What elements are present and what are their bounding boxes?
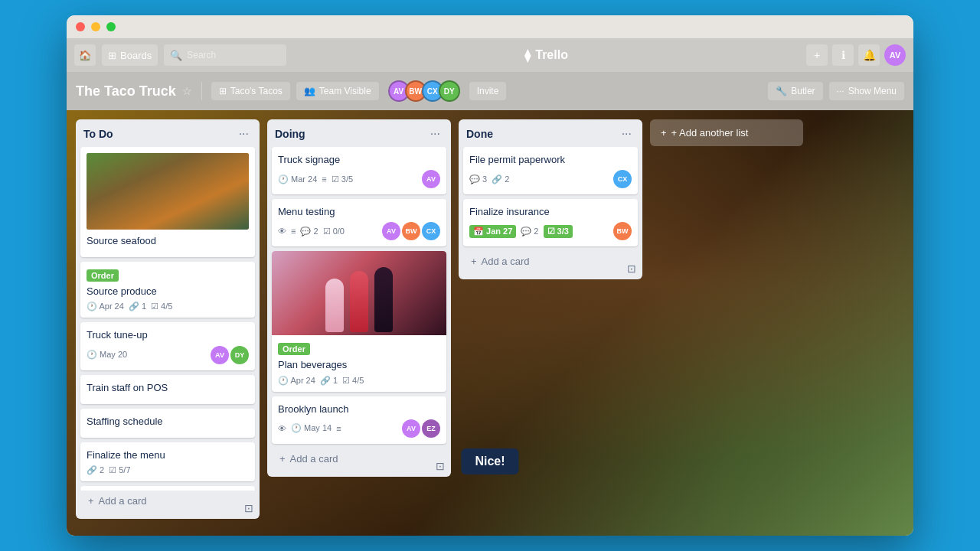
checklist-badge: ☑ 3/3 [544,225,573,238]
description: ≡ [291,227,296,236]
card-title: Source seafood [87,234,249,248]
butler-button[interactable]: 🔧 Butler [768,82,822,100]
card-meta: 🕐 Apr 24 🔗 1 ☑ 4/5 [278,376,440,386]
card-train-staff[interactable]: Train staff on POS [80,375,255,404]
home-button[interactable]: 🏠 [74,44,96,66]
list-done: Done ··· File permit paperwork 💬 3 🔗 2 C… [459,119,642,279]
list-menu-button-todo[interactable]: ··· [236,126,252,142]
card-brooklyn-launch[interactable]: Brooklyn launch 👁 🕐 May 14 ≡ AV EZ [272,396,446,444]
plus-icon: + [88,495,94,507]
workspace-icon: ⊞ [219,86,227,96]
card-finalize-insurance[interactable]: Finalize insurance 📅 Jan 27 💬 2 ☑ 3/3 BW [463,199,638,246]
search-input[interactable]: 🔍 Search [164,44,286,66]
list-menu-button-doing[interactable]: ··· [427,126,443,142]
show-menu-button[interactable]: ··· Show Menu [829,82,904,100]
card-meta: 👁 🕐 May 14 ≡ AV EZ [278,419,440,438]
card-title: Brooklyn launch [278,403,440,416]
comments: 💬 2 [300,227,318,236]
nice-tooltip: Nice! [461,448,518,474]
board-title[interactable]: The Taco Truck [76,83,176,99]
titlebar [67,15,913,38]
butler-label: Butler [791,86,815,96]
card-truck-signage[interactable]: Truck signage 🕐 Mar 24 ≡ ☑ 3/5 AV [272,147,446,194]
boards-button[interactable]: ⊞ Boards [102,44,158,66]
add-card-label: Add a card [290,453,338,465]
add-list-button[interactable]: + + Add another list [650,119,803,146]
card-avatar: CX [422,222,440,240]
due-date: 🕐 May 14 [291,423,332,433]
lock-icon: 👥 [304,86,315,96]
comments: 💬 2 [521,227,538,236]
attachments: 🔗 1 [129,302,146,311]
description: ≡ [322,174,326,184]
card-title: Finalize insurance [469,205,632,219]
card-source-seafood[interactable]: Source seafood [80,147,255,257]
attachments: 🔗 2 [492,174,509,184]
minimize-button[interactable] [91,22,100,31]
list-menu-button-done[interactable]: ··· [619,126,635,142]
card-truck-tuneup[interactable]: Truck tune-up 🕐 May 20 AV DY [80,322,255,370]
notification-button[interactable]: 🔔 [858,44,880,66]
archive-button-done[interactable]: ⊡ [627,262,636,275]
member-avatar[interactable]: DY [439,80,460,102]
checklist: ☑ 4/5 [151,302,172,311]
member-avatars: AV BW CX DY [388,80,460,102]
card-title: Plan beverages [278,358,440,372]
card-title: Menu testing [278,205,440,219]
list-footer-done: + Add a card ⊡ [459,251,642,279]
checklist: ☑ 5/7 [109,465,130,475]
nav-right-actions: + ℹ 🔔 AV [806,44,906,66]
watch: 👁 [278,424,286,433]
due-date: 🕐 Mar 24 [278,174,317,184]
add-card-button-done[interactable]: + Add a card [465,251,636,272]
card-file-permit[interactable]: File permit paperwork 💬 3 🔗 2 CX [463,147,638,194]
grid-icon: ⊞ [108,50,116,61]
visibility-button[interactable]: 👥 Team Visible [296,82,379,100]
invite-button[interactable]: Invite [469,82,507,100]
list-doing: Doing ··· Truck signage 🕐 Mar 24 ≡ ☑ 3/5… [267,119,451,477]
card-staffing-schedule[interactable]: Staffing schedule [80,409,255,438]
card-title: Train staff on POS [87,381,249,395]
card-meta: 🕐 Apr 24 🔗 1 ☑ 4/5 [87,302,249,311]
top-navigation: 🏠 ⊞ Boards 🔍 Search ⧫ Trello + ℹ 🔔 AV [67,38,913,72]
list-cards-done: File permit paperwork 💬 3 🔗 2 CX Finaliz… [459,147,642,251]
list-footer-doing: + Add a card ⊡ [267,448,451,477]
checklist: ☑ 0/0 [323,227,345,236]
menu-icon: ··· [837,86,844,96]
workspace-button[interactable]: ⊞ Taco's Tacos [211,82,290,100]
list-title-done: Done [466,128,493,140]
show-menu-label: Show Menu [848,86,897,96]
user-avatar[interactable]: AV [884,44,906,66]
card-finalize-menu[interactable]: Finalize the menu 🔗 2 ☑ 5/7 [80,442,255,481]
archive-button-todo[interactable]: ⊡ [244,502,253,514]
board-navigation: The Taco Truck ☆ ⊞ Taco's Tacos 👥 Team V… [67,72,913,110]
card-avatar: BW [402,222,420,240]
archive-button-doing[interactable]: ⊡ [436,460,445,472]
card-source-produce[interactable]: Order Source produce 🕐 Apr 24 🔗 1 ☑ 4/5 [80,262,255,318]
card-title: Truck tune-up [87,328,249,342]
app-window: 🏠 ⊞ Boards 🔍 Search ⧫ Trello + ℹ 🔔 AV Th… [67,15,913,536]
add-card-button-doing[interactable]: + Add a card [273,448,445,469]
star-button[interactable]: ☆ [182,85,192,97]
card-meta: 🔗 2 ☑ 5/7 [87,465,249,475]
add-card-button-todo[interactable]: + Add a card [82,491,253,511]
card-menu-testing[interactable]: Menu testing 👁 ≡ 💬 2 ☑ 0/0 AV BW CX [272,199,446,246]
card-avatar: EZ [422,419,440,438]
info-button[interactable]: ℹ [832,44,854,66]
butler-icon: 🔧 [776,86,787,96]
watch: 👁 [278,227,286,236]
checklist: ☑ 4/5 [342,376,364,386]
search-placeholder: Search [187,50,216,60]
card-title: Staffing schedule [87,415,249,429]
card-avatars: AV EZ [402,419,440,438]
close-button[interactable] [76,22,85,31]
card-plan-beverages[interactable]: Order Plan beverages 🕐 Apr 24 🔗 1 ☑ 4/5 [272,251,446,391]
boards-label: Boards [120,50,152,61]
add-card-label: Add a card [482,256,530,267]
list-footer-todo: + Add a card ⊡ [76,491,260,519]
list-cards-todo: Source seafood Order Source produce 🕐 Ap… [76,147,260,491]
add-button[interactable]: + [806,44,828,66]
maximize-button[interactable] [106,22,116,31]
list-header-todo: To Do ··· [76,119,260,147]
plus-icon: + [279,453,286,465]
